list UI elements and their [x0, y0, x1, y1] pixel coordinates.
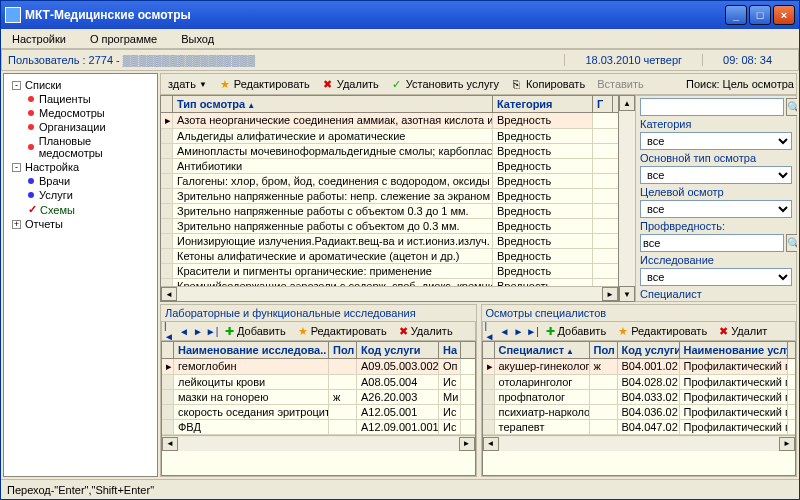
tree-lists[interactable]: -Списки: [10, 78, 155, 92]
table-row[interactable]: Альдегиды алифатические и ароматическиеВ…: [161, 129, 618, 144]
exam-types-grid[interactable]: Тип осмотра▲ Категория Г ▸Азота неоргани…: [160, 95, 619, 302]
table-row[interactable]: лейкоциты кровиA08.05.004Ис: [162, 375, 475, 390]
edit-button[interactable]: ★Редактировать: [214, 77, 315, 91]
col-spec[interactable]: Специалист▲: [495, 342, 590, 358]
cell: Зрительно напряженные работы с объектом …: [173, 219, 493, 233]
table-row[interactable]: Красители и пигменты органические: приме…: [161, 264, 618, 279]
table-row[interactable]: Галогены: хлор, бром, йод, соединения с …: [161, 174, 618, 189]
col-na[interactable]: На: [439, 342, 461, 358]
v-scrollbar[interactable]: ▲▼: [619, 95, 635, 302]
create-button[interactable]: здать▼: [163, 77, 212, 91]
cell: Профилактический пр: [680, 359, 788, 374]
spec-edit-button[interactable]: ★Редактировать: [613, 324, 712, 339]
col-g[interactable]: Г: [593, 96, 613, 112]
tree-schemes[interactable]: ✓Схемы: [26, 202, 155, 217]
close-button[interactable]: ×: [773, 5, 795, 25]
tree-patients[interactable]: Пациенты: [26, 92, 155, 106]
scroll-down-icon[interactable]: ▼: [619, 286, 635, 302]
sidebar-tree: -Списки Пациенты Медосмотры Организации …: [3, 73, 158, 477]
filter-category-select[interactable]: все: [640, 132, 792, 150]
table-row[interactable]: ▸Азота неорганические соединения аммиак,…: [161, 113, 618, 129]
table-row[interactable]: ▸гемоглобинA09.05.003.002Оп: [162, 359, 475, 375]
col-code[interactable]: Код услуги: [618, 342, 680, 358]
menu-about[interactable]: О программе: [85, 32, 162, 46]
filter-prof-input[interactable]: [640, 234, 784, 252]
table-row[interactable]: ФВДA12.09.001.001Ис: [162, 420, 475, 435]
table-row[interactable]: ▸акушер-гинекологжB04.001.02Профилактиче…: [483, 359, 796, 375]
filter-maintype-select[interactable]: все: [640, 166, 792, 184]
prev-icon[interactable]: ◄: [499, 325, 511, 337]
menu-settings[interactable]: Настройки: [7, 32, 71, 46]
prev-icon[interactable]: ◄: [178, 325, 190, 337]
table-row[interactable]: Кремнийсодержащие аэрозоли с содерж. сво…: [161, 279, 618, 286]
scroll-right-icon[interactable]: ►: [602, 287, 618, 301]
search-icon[interactable]: 🔍: [786, 98, 797, 116]
first-icon[interactable]: |◄: [485, 325, 497, 337]
menubar: Настройки О программе Выход: [1, 29, 799, 49]
next-icon[interactable]: ►: [192, 325, 204, 337]
table-row[interactable]: терапевтB04.047.02Профилактический пр: [483, 420, 796, 435]
tree-orgs[interactable]: Организации: [26, 120, 155, 134]
table-row[interactable]: профпатологB04.033.02Профилактический пр: [483, 390, 796, 405]
h-scrollbar[interactable]: ◄►: [162, 435, 475, 451]
table-row[interactable]: АнтибиотикиВредность: [161, 159, 618, 174]
table-row[interactable]: Зрительно напряженные работы с объектом …: [161, 219, 618, 234]
tree-doctors[interactable]: Врачи: [26, 174, 155, 188]
first-icon[interactable]: |◄: [164, 325, 176, 337]
col-svc[interactable]: Наименование услу: [680, 342, 788, 358]
spec-delete-button[interactable]: ✖Удалит: [714, 324, 772, 339]
table-row[interactable]: Зрительно напряженные работы: непр. слеж…: [161, 189, 618, 204]
menu-exit[interactable]: Выход: [176, 32, 219, 46]
table-row[interactable]: Зрительно напряженные работы с объектом …: [161, 204, 618, 219]
expand-icon[interactable]: +: [12, 220, 21, 229]
collapse-icon[interactable]: -: [12, 81, 21, 90]
maximize-button[interactable]: □: [749, 5, 771, 25]
lab-delete-button[interactable]: ✖Удалить: [394, 324, 458, 339]
scroll-right-icon[interactable]: ►: [459, 437, 475, 451]
tree-planned[interactable]: Плановые медосмотры: [26, 134, 155, 160]
filter-target-select[interactable]: все: [640, 200, 792, 218]
col-category[interactable]: Категория: [493, 96, 593, 112]
table-row[interactable]: Ионизирующие излучения.Радиакт.вещ-ва и …: [161, 234, 618, 249]
h-scrollbar[interactable]: ◄►: [161, 286, 618, 301]
col-sex[interactable]: Пол: [329, 342, 357, 358]
scroll-up-icon[interactable]: ▲: [619, 95, 635, 111]
tree-setup[interactable]: -Настройка: [10, 160, 155, 174]
minimize-button[interactable]: _: [725, 5, 747, 25]
filter-research-select[interactable]: все: [640, 268, 792, 286]
cell: мазки на гонорею: [174, 390, 329, 404]
table-row[interactable]: скорость оседания эритроцитовA12.05.001И…: [162, 405, 475, 420]
setservice-button[interactable]: ✓Установить услугу: [386, 77, 504, 91]
delete-button[interactable]: ✖Удалить: [317, 77, 384, 91]
tree-medexams[interactable]: Медосмотры: [26, 106, 155, 120]
scroll-left-icon[interactable]: ◄: [161, 287, 177, 301]
scroll-left-icon[interactable]: ◄: [483, 437, 499, 451]
table-row[interactable]: отоларингологB04.028.02Профилактический …: [483, 375, 796, 390]
spec-add-button[interactable]: ✚Добавить: [541, 324, 612, 339]
col-code[interactable]: Код услуги: [357, 342, 439, 358]
table-row[interactable]: Аминопласты мочевиноформальдегидные смол…: [161, 144, 618, 159]
last-icon[interactable]: ►|: [206, 325, 218, 337]
spec-grid[interactable]: Специалист▲ Пол Код услуги Наименование …: [482, 341, 797, 476]
last-icon[interactable]: ►|: [527, 325, 539, 337]
table-row[interactable]: психиатр-наркологB04.036.02Профилактичес…: [483, 405, 796, 420]
next-icon[interactable]: ►: [513, 325, 525, 337]
collapse-icon[interactable]: -: [12, 163, 21, 172]
search-input[interactable]: [640, 98, 784, 116]
table-row[interactable]: мазки на гонореюжA26.20.003Ми: [162, 390, 475, 405]
table-row[interactable]: Кетоны алифатические и ароматические (ац…: [161, 249, 618, 264]
col-type[interactable]: Тип осмотра▲: [173, 96, 493, 112]
lab-add-button[interactable]: ✚Добавить: [220, 324, 291, 339]
h-scrollbar[interactable]: ◄►: [483, 435, 796, 451]
lab-grid[interactable]: Наименование исследова..▲ Пол Код услуги…: [161, 341, 476, 476]
lookup-icon[interactable]: 🔍: [786, 234, 797, 252]
tree-reports[interactable]: +Отчеты: [10, 217, 155, 231]
scroll-right-icon[interactable]: ►: [779, 437, 795, 451]
lab-edit-button[interactable]: ★Редактировать: [293, 324, 392, 339]
tree-services[interactable]: Услуги: [26, 188, 155, 202]
col-sex[interactable]: Пол: [590, 342, 618, 358]
col-name[interactable]: Наименование исследова..▲: [174, 342, 329, 358]
copy-button[interactable]: ⎘Копировать: [506, 77, 590, 91]
scroll-left-icon[interactable]: ◄: [162, 437, 178, 451]
app-icon: [5, 7, 21, 23]
